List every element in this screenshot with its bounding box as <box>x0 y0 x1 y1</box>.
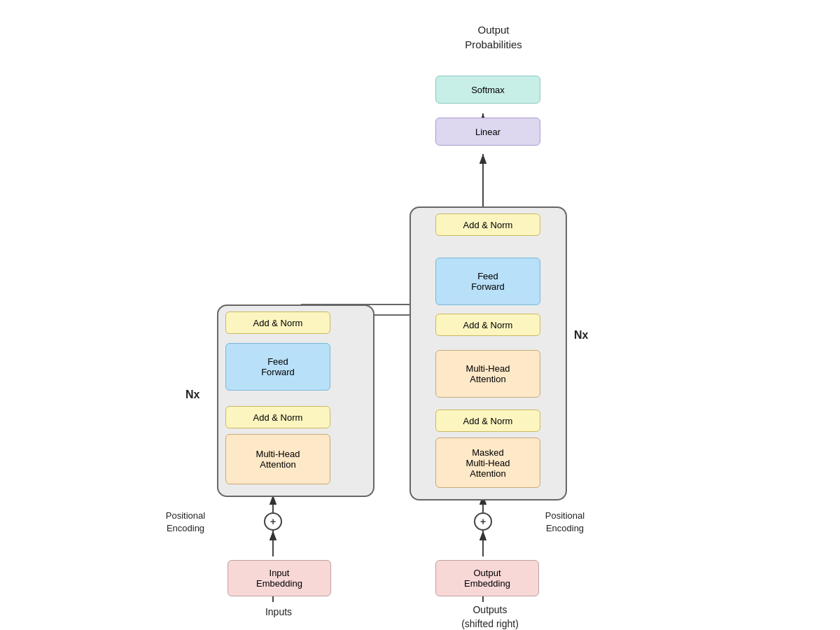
nx-decoder-label: Nx <box>574 329 588 342</box>
output-probabilities-label: OutputProbabilities <box>438 22 550 52</box>
outputs-label: Outputs(shifted right) <box>441 603 539 630</box>
enc-positional-label: PositionalEncoding <box>150 510 220 535</box>
linear-box: Linear <box>435 118 540 146</box>
dec-plus-circle: + <box>474 512 492 531</box>
enc-plus-circle: + <box>264 512 282 531</box>
dec-add-norm-2: Add & Norm <box>435 314 540 336</box>
nx-encoder-label: Nx <box>186 388 200 401</box>
enc-add-norm-2: Add & Norm <box>225 312 330 334</box>
dec-add-norm-1: Add & Norm <box>435 410 540 432</box>
dec-feed-forward: FeedForward <box>435 258 540 305</box>
dec-positional-wave <box>503 512 521 531</box>
softmax-box: Softmax <box>435 76 540 104</box>
enc-add-norm-1: Add & Norm <box>225 406 330 428</box>
inputs-label: Inputs <box>251 606 307 617</box>
enc-feed-forward: FeedForward <box>225 343 330 391</box>
dec-multi-head-attention: Multi-HeadAttention <box>435 350 540 398</box>
dec-masked-multi-head: MaskedMulti-HeadAttention <box>435 438 540 488</box>
dec-add-norm-3: Add & Norm <box>435 214 540 236</box>
input-embedding-box: InputEmbedding <box>227 560 331 596</box>
output-embedding-box: OutputEmbedding <box>435 560 539 596</box>
enc-multi-head-attention: Multi-HeadAttention <box>225 434 330 484</box>
dec-positional-label: PositionalEncoding <box>526 510 603 535</box>
enc-positional-wave <box>223 512 241 531</box>
